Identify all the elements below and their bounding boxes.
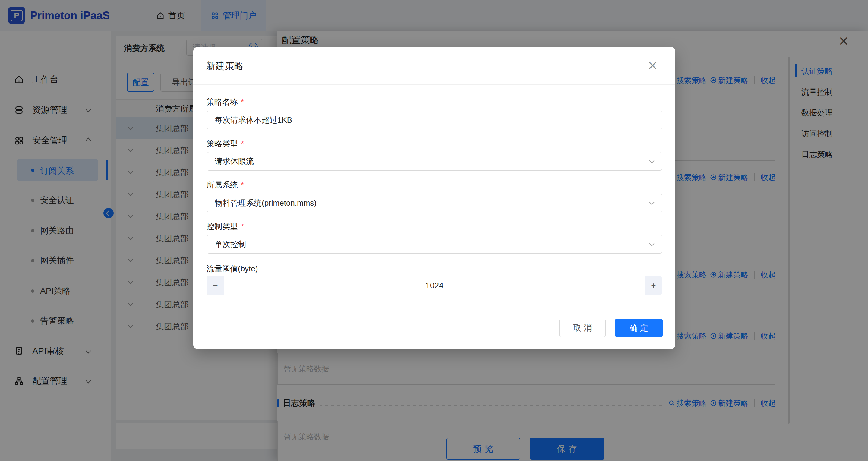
policy-type-select[interactable]: 请求体限流 — [207, 152, 662, 171]
modal-close-icon[interactable]: × — [647, 59, 658, 72]
system-select[interactable]: 物料管理系统(primeton.mms) — [207, 193, 662, 212]
chevron-down-icon — [649, 241, 655, 246]
ok-button[interactable]: 确定 — [615, 319, 663, 337]
select-value: 物料管理系统(primeton.mms) — [215, 198, 316, 208]
chevron-down-icon — [649, 200, 655, 205]
control-type-label: 控制类型* — [207, 221, 244, 231]
system-label: 所属系统* — [207, 180, 244, 189]
required-asterisk: * — [241, 222, 244, 231]
policy-type-label: 策略类型* — [207, 139, 244, 148]
threshold-stepper: − 1024 + — [207, 276, 662, 295]
policy-name-label: 策略名称* — [207, 97, 244, 106]
control-type-select[interactable]: 单次控制 — [207, 235, 662, 253]
new-policy-modal: 新建策略 × 策略名称* 策略类型* 请求体限流 所属系统* 物料管理系统(pr… — [193, 47, 675, 349]
stepper-minus-button[interactable]: − — [207, 276, 224, 295]
divider — [193, 308, 675, 308]
threshold-label: 流量阈值(byte) — [207, 264, 258, 273]
modal-title: 新建策略 — [206, 60, 244, 72]
cancel-button[interactable]: 取消 — [559, 319, 606, 337]
required-asterisk: * — [241, 180, 244, 189]
policy-name-input[interactable] — [207, 111, 662, 129]
screen: P Primeton iPaaS 首页 管理门户 工作台 资源管理 — [0, 0, 868, 461]
chevron-down-icon — [649, 158, 655, 163]
required-asterisk: * — [241, 139, 244, 148]
policy-name-field — [207, 111, 662, 129]
select-value: 单次控制 — [215, 239, 246, 250]
threshold-value[interactable]: 1024 — [224, 276, 645, 295]
select-value: 请求体限流 — [215, 156, 254, 167]
stepper-plus-button[interactable]: + — [645, 276, 662, 295]
required-asterisk: * — [241, 97, 244, 106]
